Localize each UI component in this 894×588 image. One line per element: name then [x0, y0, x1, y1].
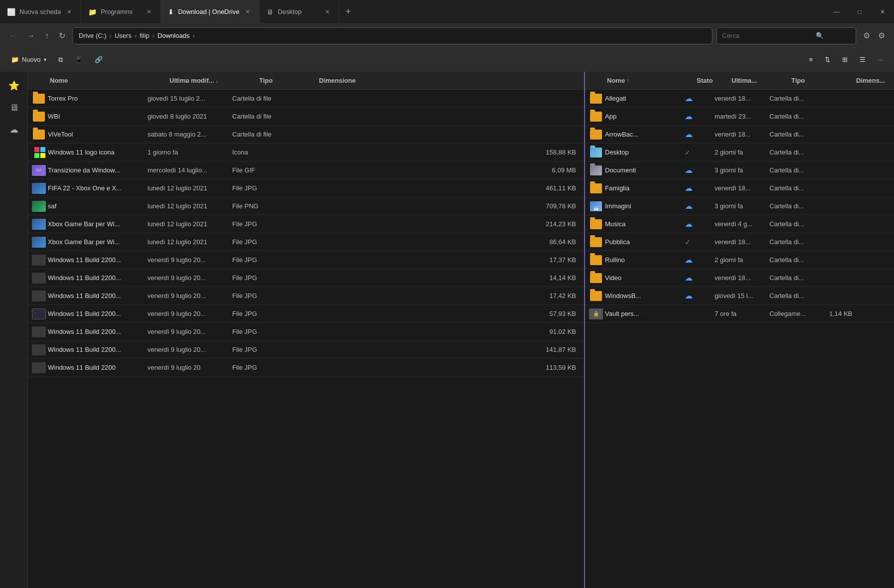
- jpg-icon: [32, 360, 48, 376]
- table-row[interactable]: ArrowBac... ☁ venerdì 18... Cartella di.…: [585, 126, 894, 144]
- table-row[interactable]: Video ☁ venerdì 18... Cartella di...: [585, 269, 894, 287]
- order-btn[interactable]: ⇅: [820, 53, 835, 66]
- cloud-status-icon: ☁: [685, 256, 693, 264]
- check-status-icon: ✓: [685, 148, 691, 156]
- table-row[interactable]: Windows 11 Build 2200... venerdì 9 lugli…: [28, 323, 584, 341]
- tab-nuova-scheda[interactable]: ⬜ Nuova scheda ✕: [0, 0, 81, 23]
- search-box[interactable]: 🔍: [717, 27, 856, 44]
- new-icon: 📁: [11, 56, 19, 63]
- table-row[interactable]: Windows 11 Build 2200... venerdì 9 lugli…: [28, 305, 584, 323]
- cloud-status-icon: ☁: [685, 94, 693, 103]
- tab-download[interactable]: ⬇ Download | OneDrive ✕: [161, 0, 260, 23]
- mobile-btn[interactable]: 📱: [70, 53, 88, 66]
- file-status: ☁: [685, 183, 715, 193]
- file-status: ☁: [685, 112, 715, 121]
- table-row[interactable]: Torrex Pro giovedì 15 luglio 2... Cartel…: [28, 90, 584, 108]
- tab-close-btn[interactable]: ✕: [145, 7, 153, 16]
- file-type: Cartella di...: [769, 113, 829, 120]
- table-row[interactable]: saf lunedì 12 luglio 2021 File PNG 709,7…: [28, 197, 584, 215]
- table-row[interactable]: Allegati ☁ venerdì 18... Cartella di...: [585, 90, 894, 108]
- right-col-header-status[interactable]: Stato: [697, 77, 732, 84]
- sidebar-desktop[interactable]: 🖥: [4, 98, 24, 118]
- left-file-pane: Nome Ultima modif... ↓ Tipo Dimensione: [28, 72, 585, 588]
- left-column-headers: Nome Ultima modif... ↓ Tipo Dimensione: [28, 72, 584, 90]
- maximize-btn[interactable]: □: [848, 0, 871, 23]
- tab-programmi[interactable]: 📁 Programmi ✕: [81, 0, 161, 23]
- table-row[interactable]: Windows 11 Build 2200... venerdì 9 lugli…: [28, 251, 584, 269]
- refresh-btn[interactable]: ↻: [56, 29, 68, 42]
- sort-btn[interactable]: ≡: [804, 53, 818, 66]
- table-row[interactable]: Xbox Game Bar per Wi... lunedì 12 luglio…: [28, 215, 584, 233]
- copy-icon: ⧉: [58, 56, 63, 64]
- col-header-name[interactable]: Nome: [50, 77, 169, 84]
- table-row[interactable]: WindowsB... ☁ giovedì 15 l... Cartella d…: [585, 287, 894, 305]
- sidebar-favorites[interactable]: ⭐: [4, 76, 24, 96]
- table-row[interactable]: Windows 11 Build 2200... venerdì 9 lugli…: [28, 269, 584, 287]
- breadcrumb-user[interactable]: filip: [140, 32, 149, 39]
- minimize-btn[interactable]: —: [825, 0, 848, 23]
- search-input[interactable]: [722, 32, 812, 39]
- up-btn[interactable]: ↑: [42, 29, 52, 42]
- folder-icon: [589, 288, 605, 304]
- col-header-type[interactable]: Tipo: [259, 77, 319, 84]
- sidebar-onedrive[interactable]: ☁: [4, 120, 24, 140]
- table-row[interactable]: Desktop ✓ 2 giorni fa Cartella di...: [585, 144, 894, 161]
- right-col-header-name[interactable]: Nome ↑: [607, 77, 697, 84]
- settings-view-btn[interactable]: ⚙: [860, 29, 873, 42]
- file-modified: venerdì 18...: [715, 184, 769, 192]
- tab-close-btn[interactable]: ✕: [323, 7, 332, 16]
- table-row[interactable]: App ☁ martedì 23... Cartella di...: [585, 108, 894, 126]
- tab-close-btn[interactable]: ✕: [243, 7, 252, 16]
- layout-btn[interactable]: ☰: [855, 53, 871, 66]
- file-name: ArrowBac...: [605, 131, 685, 138]
- tab-close-btn[interactable]: ✕: [65, 7, 74, 16]
- right-col-header-modified[interactable]: Ultima...: [732, 77, 791, 84]
- table-row[interactable]: Windows 11 Build 2200... venerdì 9 lugli…: [28, 341, 584, 359]
- file-modified: venerdì 4 g...: [715, 220, 769, 228]
- more-btn[interactable]: ···: [873, 53, 888, 66]
- file-modified: 3 giorni fa: [715, 202, 769, 210]
- left-file-list: Torrex Pro giovedì 15 luglio 2... Cartel…: [28, 90, 584, 588]
- tab-desktop[interactable]: 🖥 Desktop ✕: [260, 0, 339, 23]
- jpg-icon: [32, 288, 48, 304]
- table-row[interactable]: GIF Transizione da Window... mercoledì 1…: [28, 161, 584, 179]
- table-row[interactable]: 🏔 Immagini ☁ 3 giorni fa Cartella di...: [585, 197, 894, 215]
- file-status: ☁: [685, 219, 715, 229]
- table-row[interactable]: WBI giovedì 8 luglio 2021 Cartella di fi…: [28, 108, 584, 126]
- jpg-icon: [32, 324, 48, 340]
- table-row[interactable]: FIFA 22 - Xbox One e X... lunedì 12 lugl…: [28, 179, 584, 197]
- table-row[interactable]: Documenti ☁ 3 giorni fa Cartella di...: [585, 161, 894, 179]
- table-row[interactable]: Windows 11 Build 2200 venerdì 9 luglio 2…: [28, 359, 584, 377]
- right-col-header-type[interactable]: Tipo: [791, 77, 856, 84]
- table-row[interactable]: 🔒 Vault pers... 7 ore fa Collegame... 1,…: [585, 305, 894, 323]
- tab-label: Programmi: [101, 8, 141, 15]
- file-name: Musica: [605, 220, 685, 228]
- table-row[interactable]: Musica ☁ venerdì 4 g... Cartella di...: [585, 215, 894, 233]
- new-tab-btn[interactable]: +: [339, 0, 357, 23]
- close-btn[interactable]: ✕: [871, 0, 894, 23]
- back-btn[interactable]: ←: [6, 29, 20, 42]
- settings-btn[interactable]: ⚙: [875, 29, 888, 42]
- address-path[interactable]: Drive (C:) › Users › filip › Downloads ›: [72, 27, 713, 44]
- forward-btn[interactable]: →: [24, 29, 38, 42]
- table-row[interactable]: Famiglia ☁ venerdì 18... Cartella di...: [585, 179, 894, 197]
- breadcrumb-users[interactable]: Users: [115, 32, 132, 39]
- table-row[interactable]: Rullino ☁ 2 giorni fa Cartella di...: [585, 251, 894, 269]
- table-row[interactable]: Xbox Game Bar per Wi... lunedì 12 luglio…: [28, 233, 584, 251]
- table-row[interactable]: ViVeTool sabato 8 maggio 2... Cartella d…: [28, 126, 584, 144]
- col-header-size[interactable]: Dimensione: [319, 77, 580, 84]
- right-col-header-size[interactable]: Dimens...: [856, 77, 890, 84]
- file-name: Documenti: [605, 166, 685, 174]
- breadcrumb-drive[interactable]: Drive (C:): [79, 32, 107, 39]
- breadcrumb-current[interactable]: Downloads: [157, 32, 189, 39]
- copy-btn[interactable]: ⧉: [53, 53, 68, 67]
- link-btn[interactable]: 🔗: [90, 53, 108, 66]
- table-row[interactable]: Pubblica ✓ venerdì 18... Cartella di...: [585, 233, 894, 251]
- view-toggle-btn[interactable]: ⊞: [837, 53, 853, 66]
- new-btn[interactable]: 📁 Nuovo ▾: [6, 53, 51, 66]
- mobile-icon: 📱: [75, 56, 83, 63]
- table-row[interactable]: Windows 11 logo icona 1 giorno fa Icona …: [28, 144, 584, 161]
- col-header-modified[interactable]: Ultima modif... ↓: [169, 77, 259, 84]
- table-row[interactable]: Windows 11 Build 2200... venerdì 9 lugli…: [28, 287, 584, 305]
- file-status: ☁: [685, 273, 715, 283]
